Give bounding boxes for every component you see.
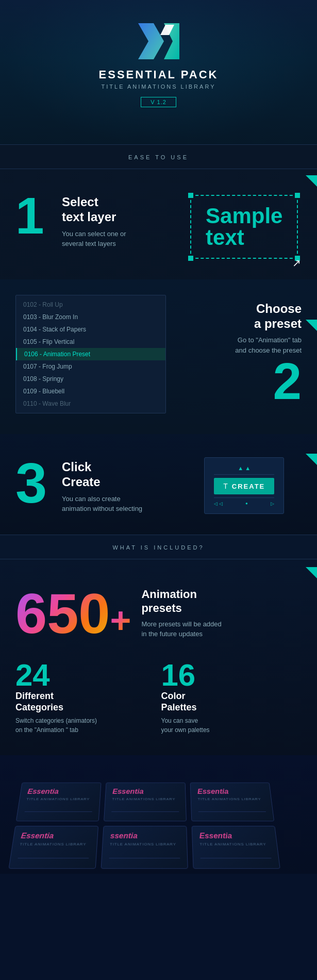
preset-item[interactable]: 0103 - Blur Zoom In bbox=[16, 311, 165, 323]
footer-card-label: Essentia bbox=[112, 788, 179, 795]
preset-item[interactable]: 0102 - Roll Up bbox=[16, 298, 165, 311]
stat2-col: 16 ColorPalettes You can saveyour own pa… bbox=[161, 660, 302, 735]
hero-subtitle: TITLE ANIMATIONS LIBRARY bbox=[10, 84, 307, 90]
cursor-icon: ↗ bbox=[292, 257, 301, 269]
footer-card: Essentia TITLE ANIMATIONS LIBRARY bbox=[190, 783, 275, 821]
corner-decoration-4 bbox=[306, 567, 317, 578]
hero-title: ESSENTIAL PACK bbox=[10, 68, 307, 81]
big-stat-number: 650 bbox=[15, 585, 110, 642]
big-stat-plus: + bbox=[110, 600, 131, 641]
preset-item[interactable]: 0107 - Frog Jump bbox=[16, 360, 165, 373]
footer-card-line bbox=[198, 811, 266, 812]
version-badge: V 1.2 bbox=[141, 97, 176, 107]
footer-card-line bbox=[25, 811, 92, 812]
big-stat-title: Animationpresets bbox=[141, 588, 221, 615]
sample-text-box: Sampletext ↗ bbox=[190, 195, 298, 259]
step2-title: Choosea preset bbox=[176, 302, 302, 331]
stat1-title: DifferentCategories bbox=[15, 691, 156, 713]
footer-card-sub: TITLE ANIMATIONS LIBRARY bbox=[26, 798, 93, 801]
create-button[interactable]: T CREATE bbox=[214, 478, 274, 494]
create-button-mockup: ▲ ▲ T CREATE ◁ ◁ ● ▷ bbox=[204, 457, 284, 514]
step1-number: 1 bbox=[15, 190, 52, 241]
step3-desc: You can also createanimation without sel… bbox=[62, 494, 177, 514]
footer-card: ssentia TITLE ANIMATIONS LIBRARY bbox=[101, 826, 188, 869]
corner-bl bbox=[188, 256, 193, 261]
preset-item[interactable]: 0105 - Flip Vertical bbox=[16, 336, 165, 348]
included-label: WHAT IS INCLUDED? bbox=[112, 544, 204, 551]
corner-decoration-2 bbox=[306, 320, 317, 331]
ease-label: EASE TO USE bbox=[128, 154, 189, 160]
big-stat-desc: More presets will be addedin the future … bbox=[141, 619, 221, 639]
footer-card-sub: TITLE ANIMATIONS LIBRARY bbox=[112, 798, 178, 801]
step2-content: Choosea preset Go to "Animation" taband … bbox=[176, 302, 302, 407]
stat2-number: 16 bbox=[161, 660, 302, 691]
stat1-number: 24 bbox=[15, 660, 156, 691]
footer-card-sub: TITLE ANIMATIONS LIBRARY bbox=[20, 842, 90, 846]
step3-section: 3 ClickCreate You can also createanimati… bbox=[0, 434, 317, 535]
svg-marker-0 bbox=[138, 23, 164, 59]
preset-item[interactable]: 0109 - Bluebell bbox=[16, 385, 165, 397]
step1-title: Selecttext layer bbox=[62, 195, 177, 225]
logo-icon bbox=[136, 21, 182, 62]
step2-section: 0102 - Roll Up0103 - Blur Zoom In0104 - … bbox=[0, 279, 317, 434]
step3-number: 3 bbox=[15, 455, 52, 511]
stat2-title: ColorPalettes bbox=[161, 691, 302, 713]
sample-text: Sampletext bbox=[206, 205, 282, 248]
footer-card-label: ssentia bbox=[110, 832, 179, 840]
deco-left: ◁ ◁ bbox=[214, 501, 223, 506]
preset-item[interactable]: 0106 - Animation Preset bbox=[16, 348, 165, 360]
mockup-top-line bbox=[214, 474, 274, 475]
step3-title: ClickCreate bbox=[62, 460, 177, 490]
footer-card-label: Essentia bbox=[199, 832, 269, 840]
included-section: 650 + Animationpresets More presets will… bbox=[0, 559, 317, 755]
footer-section: Essentia TITLE ANIMATIONS LIBRARY Essent… bbox=[0, 755, 317, 874]
footer-cards: Essentia TITLE ANIMATIONS LIBRARY Essent… bbox=[0, 778, 317, 874]
footer-card-line bbox=[18, 858, 89, 858]
step1-visual: Sampletext ↗ bbox=[187, 190, 302, 259]
create-btn-label: CREATE bbox=[232, 483, 265, 490]
footer-card: Essentia TITLE ANIMATIONS LIBRARY bbox=[192, 826, 280, 869]
deco-dot: ● bbox=[245, 501, 248, 506]
preset-item[interactable]: 0104 - Stack of Papers bbox=[16, 323, 165, 336]
footer-card-sub: TITLE ANIMATIONS LIBRARY bbox=[110, 842, 180, 846]
stats-row: 24 DifferentCategories Switch categories… bbox=[15, 660, 302, 735]
footer-card-label: Essentia bbox=[27, 788, 94, 795]
stat1-col: 24 DifferentCategories Switch categories… bbox=[15, 660, 156, 735]
preset-item[interactable]: 0110 - Wave Blur bbox=[16, 397, 165, 410]
footer-card-line bbox=[109, 858, 180, 858]
step1-desc: You can select one orseveral text layers bbox=[62, 229, 177, 249]
big-stat-row: 650 + Animationpresets More presets will… bbox=[15, 585, 302, 642]
corner-decoration-3 bbox=[306, 454, 317, 465]
step2-number: 2 bbox=[176, 355, 302, 407]
create-icon: T bbox=[223, 482, 228, 490]
step3-visual: ▲ ▲ T CREATE ◁ ◁ ● ▷ bbox=[187, 455, 302, 514]
step1-section: 1 Selecttext layer You can select one or… bbox=[0, 169, 317, 279]
step1-content: Selecttext layer You can select one orse… bbox=[62, 190, 177, 249]
step3-content: ClickCreate You can also createanimation… bbox=[62, 455, 177, 514]
stat2-desc: You can saveyour own palettes bbox=[161, 716, 302, 735]
footer-card: Essentia TITLE ANIMATIONS LIBRARY bbox=[9, 826, 99, 869]
mockup-bottom-line bbox=[214, 497, 274, 498]
footer-card-sub: TITLE ANIMATIONS LIBRARY bbox=[199, 842, 270, 846]
deco-right: ▷ bbox=[271, 501, 274, 506]
preset-list: 0102 - Roll Up0103 - Blur Zoom In0104 - … bbox=[15, 295, 166, 413]
footer-card-label: Essentia bbox=[197, 788, 264, 795]
footer-card: Essentia TITLE ANIMATIONS LIBRARY bbox=[104, 783, 187, 821]
footer-card-line bbox=[201, 858, 272, 858]
included-divider: WHAT IS INCLUDED? bbox=[0, 535, 317, 559]
footer-card-line bbox=[111, 811, 179, 812]
hero-section: ESSENTIAL PACK TITLE ANIMATIONS LIBRARY … bbox=[0, 0, 317, 144]
big-stat-numbers: 650 + bbox=[15, 585, 131, 642]
step2-visual: 0102 - Roll Up0103 - Blur Zoom In0104 - … bbox=[15, 295, 166, 413]
big-stat-content: Animationpresets More presets will be ad… bbox=[131, 588, 221, 639]
stat1-desc: Switch categories (animators)on the "Ani… bbox=[15, 716, 156, 735]
footer-card: Essentia TITLE ANIMATIONS LIBRARY bbox=[16, 783, 102, 821]
ease-to-use-divider: EASE TO USE bbox=[0, 144, 317, 169]
logo-container: ESSENTIAL PACK TITLE ANIMATIONS LIBRARY … bbox=[10, 21, 307, 107]
footer-card-sub: TITLE ANIMATIONS LIBRARY bbox=[197, 798, 264, 801]
footer-card-label: Essentia bbox=[21, 832, 91, 840]
preset-item[interactable]: 0108 - Springy bbox=[16, 373, 165, 385]
